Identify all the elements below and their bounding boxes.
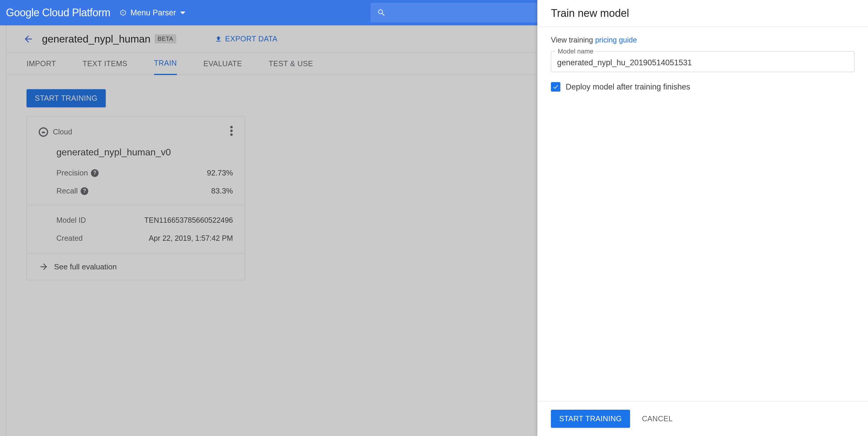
search-input-area[interactable] (371, 3, 542, 23)
train-new-model-panel: Train new model View training pricing gu… (537, 0, 868, 436)
pricing-line: View training pricing guide (551, 36, 855, 44)
deploy-checkbox-label: Deploy model after training finishes (566, 82, 690, 92)
model-name-field[interactable]: Model name (551, 51, 855, 72)
panel-title: Train new model (537, 0, 868, 27)
gcp-logo: Google Cloud Platform (6, 6, 111, 19)
model-name-input[interactable] (557, 54, 848, 72)
search-icon (377, 8, 386, 17)
project-selector[interactable]: Menu Parser (120, 8, 186, 18)
dropdown-caret-icon (180, 11, 185, 14)
model-name-field-label: Model name (555, 48, 596, 55)
panel-cancel-button[interactable]: CANCEL (642, 414, 673, 423)
svg-point-1 (123, 12, 124, 13)
panel-actions: START TRAINING CANCEL (537, 401, 868, 436)
deploy-checkbox[interactable] (551, 82, 560, 92)
check-icon (552, 84, 559, 90)
panel-start-training-button[interactable]: START TRAINING (551, 410, 630, 428)
pricing-guide-link[interactable]: pricing guide (595, 36, 637, 44)
project-name: Menu Parser (130, 8, 176, 18)
hexagon-icon (120, 9, 126, 16)
deploy-checkbox-row: Deploy model after training finishes (551, 82, 855, 92)
